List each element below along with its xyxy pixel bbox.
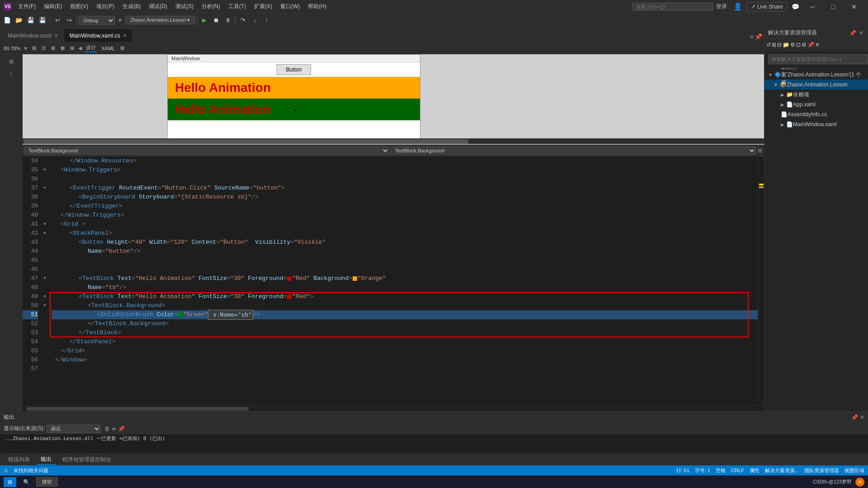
menu-build[interactable]: 生成(B) [119, 2, 144, 11]
save-all-btn[interactable]: 💾 [37, 15, 48, 26]
grid-btn[interactable]: ⊡ [40, 45, 47, 52]
h-scroll-thumb[interactable] [26, 407, 249, 411]
solution-mgr-label[interactable]: 解决方案资源... [765, 467, 799, 474]
solution-search-input[interactable] [768, 54, 868, 64]
menu-window[interactable]: 窗口(W) [277, 2, 303, 11]
tab-list-icon[interactable]: ≡ [750, 33, 754, 40]
tree-app-xaml[interactable]: ▶ 📄 App.xaml [764, 99, 868, 109]
tree-dependencies[interactable]: ▶ 📁 依赖项 [764, 90, 868, 99]
close-button[interactable]: ✕ [844, 0, 864, 14]
notification-icon[interactable]: 🔔 [855, 478, 864, 487]
menu-view[interactable]: 视图(V) [66, 2, 92, 11]
fit-btn[interactable]: ⊞ [31, 45, 38, 52]
debug-config-select[interactable]: Debug Release [79, 16, 115, 25]
new-file-btn[interactable]: 📄 [2, 15, 13, 26]
pin-btn[interactable]: 📌 [849, 30, 857, 36]
zoom-down-icon[interactable]: ▼ [23, 46, 28, 51]
code-content[interactable]: </Window.Resources> <Window.Triggers> [48, 156, 758, 406]
feedback-icon[interactable]: 💬 [792, 3, 799, 10]
run-btn[interactable]: ▶ [199, 15, 210, 26]
xaml-btn[interactable]: XAML [100, 45, 116, 52]
se-pin2-btn[interactable]: 📌 [807, 42, 814, 48]
fold-50[interactable]: ▼ [42, 301, 48, 310]
sidebar-expand-btn[interactable]: ⊞ [4, 56, 19, 67]
redo-btn[interactable]: ↪ [64, 15, 75, 26]
search-taskbar-btn[interactable]: 🔍 [20, 477, 33, 487]
team-mgr-label[interactable]: 团队资源管理器 [804, 467, 839, 474]
step-over-btn[interactable]: ↷ [237, 15, 248, 26]
fold-35[interactable]: ▼ [42, 166, 48, 175]
menu-project[interactable]: 项目(P) [93, 2, 118, 11]
expand-icon[interactable]: ⊞ [758, 147, 762, 154]
minimize-button[interactable]: ─ [802, 0, 823, 14]
sidebar-collapse-btn[interactable]: ↕ [4, 68, 19, 79]
lock-btn[interactable]: ⊞ [69, 45, 75, 52]
pin-icon[interactable]: 📌 [755, 33, 762, 40]
project-run-btn[interactable]: Zhaoxi.Animation.Lesson ▾ [125, 16, 195, 24]
tab-mainwindow-cs[interactable]: MainWindow.xaml.cs ✕ [64, 28, 132, 42]
se-expand-btn[interactable]: ⊞ [772, 42, 776, 48]
se-close2-btn[interactable]: ✕ [815, 42, 820, 48]
user-icon[interactable]: 👤 [733, 2, 742, 11]
menu-edit[interactable]: 编辑(E) [40, 2, 66, 11]
design-scrollbar-h[interactable] [23, 138, 764, 144]
fold-41[interactable]: ▼ [42, 220, 48, 229]
start-button[interactable]: ⊞ [4, 477, 16, 487]
close-panel-btn[interactable]: ✕ [858, 30, 864, 36]
menu-tools[interactable]: 工具(T) [225, 2, 250, 11]
live-share-button[interactable]: ↗ Live Share [747, 2, 787, 11]
artboard-btn[interactable]: ⊠ [59, 45, 66, 52]
stop-btn[interactable]: ⏹ [211, 15, 222, 26]
tab-package-mgr[interactable]: 程序包管理器控制台 [58, 455, 116, 464]
pin-output-btn[interactable]: 📌 [118, 426, 125, 432]
split-view-btn[interactable]: ⊞ [119, 45, 126, 52]
tab-close-icon[interactable]: ✕ [123, 33, 127, 38]
menu-test[interactable]: 测试(S) [172, 2, 197, 11]
fold-37[interactable]: ▼ [42, 184, 48, 193]
se-settings-btn[interactable]: ⚙ [802, 42, 807, 48]
undo-btn[interactable]: ↩ [52, 15, 63, 26]
se-sync-btn[interactable]: ↺ [766, 42, 771, 48]
panel-close-btn[interactable]: ✕ [860, 414, 864, 421]
se-folder-btn[interactable]: 📁 [783, 42, 789, 48]
fold-49[interactable]: ▼ [42, 292, 48, 301]
code-scrollbar-h[interactable] [23, 406, 764, 411]
member-dropdown[interactable]: TextBlock.Background [391, 147, 756, 155]
se-filter-btn[interactable]: ⚙ [790, 42, 795, 48]
tab-errors[interactable]: 错误列表 [4, 455, 34, 464]
save-btn[interactable]: 💾 [25, 15, 36, 26]
tree-assemblyinfo[interactable]: 📄 AssemblyInfo.cs [764, 109, 868, 119]
panel-pin-btn[interactable]: 📌 [851, 414, 858, 421]
fold-47[interactable]: ▼ [42, 274, 48, 283]
tab-close-icon[interactable]: ✕ [54, 33, 58, 38]
login-button[interactable]: 登录 [716, 3, 727, 10]
tab-mainwindow-xaml[interactable]: MainWindow.xaml ✕ [2, 28, 64, 42]
fold-42[interactable]: ▼ [42, 229, 48, 238]
property-label[interactable]: 属性 [750, 467, 760, 474]
clear-btn[interactable]: 🗑 [104, 426, 110, 432]
maximize-button[interactable]: □ [823, 0, 844, 14]
preview-button[interactable]: Button [277, 64, 311, 75]
taskbar-app-btn[interactable]: 微软 [36, 477, 58, 487]
tree-solution[interactable]: ▼ 🔷 解决方案'Zhaoxi.Animation.Lesson'(1 个项 [764, 70, 868, 80]
menu-analyze[interactable]: 分析(N) [198, 2, 224, 11]
output-source-select[interactable]: 调试 [47, 425, 101, 433]
step-into-btn[interactable]: ↓ [249, 15, 260, 26]
global-search-input[interactable] [632, 3, 713, 11]
tree-mainwindow-xaml[interactable]: ▶ 📄 MainWindow.xaml [764, 119, 868, 129]
snap-btn[interactable]: ⊞ [50, 45, 57, 52]
open-file-btn[interactable]: 📂 [14, 15, 24, 26]
menu-help[interactable]: 帮助(H) [304, 2, 330, 11]
se-more-btn[interactable]: ⊡ [796, 42, 801, 48]
type-dropdown[interactable]: TextBlock.Background [24, 147, 389, 155]
menu-extensions[interactable]: 扩展(X) [250, 2, 276, 11]
step-out-btn[interactable]: ↑ [261, 15, 272, 26]
pause-btn[interactable]: ⏸ [222, 15, 233, 26]
word-wrap-btn[interactable]: ⇌ [112, 426, 116, 432]
view-label[interactable]: 视图区域 [844, 467, 864, 474]
tab-output[interactable]: 输出 [36, 455, 56, 465]
menu-debug[interactable]: 调试(D) [145, 2, 171, 11]
design-btn[interactable]: 设计 [85, 44, 97, 52]
menu-file[interactable]: 文件(F) [14, 2, 39, 11]
se-collapse-btn[interactable]: ⊟ [777, 42, 782, 48]
